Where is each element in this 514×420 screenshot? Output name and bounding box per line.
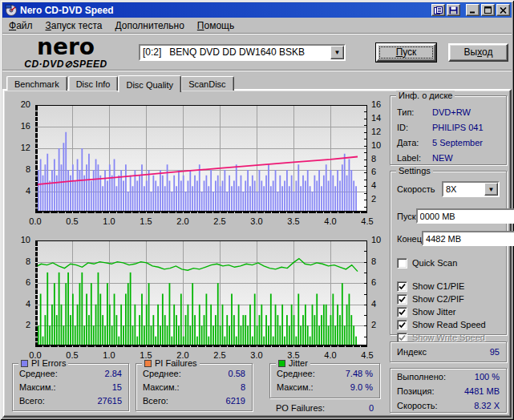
progress-panel: Выполнено:100 % Позиция:4481 MB Скорость…: [390, 368, 507, 413]
pi-failures-swatch: [144, 360, 152, 367]
axis-label: 4.5: [355, 216, 379, 226]
menu-item-2[interactable]: Дополнительно: [108, 19, 190, 32]
app-window: Nero CD-DVD Speed ФайлЗапуск тест: [0, 0, 514, 420]
axis-label: 8: [371, 256, 391, 266]
stat-row: Всего:6219: [136, 394, 252, 407]
axis-label: 12: [371, 127, 391, 136]
checkbox-show-c2-pif[interactable]: Show C2/PIF: [397, 293, 500, 305]
axis-label: 16: [6, 121, 30, 131]
disc-info-row: ID:PHILIPS 041: [391, 119, 506, 135]
menu-item-1[interactable]: Запуск теста: [39, 19, 109, 32]
jitter-swatch: [278, 360, 285, 367]
speed-selector[interactable]: 8X ▼: [442, 181, 500, 197]
speed-label: Скорость: [397, 184, 442, 194]
checkbox-show-jitter[interactable]: Show Jitter: [397, 305, 500, 318]
checkbox-box: [397, 294, 407, 305]
axis-label: 2.5: [208, 350, 232, 360]
axis-label: 2: [371, 320, 391, 329]
axis-label: 3.5: [281, 350, 306, 360]
app-icon: [5, 4, 18, 16]
stat-row: Максим.:9.0 %: [270, 380, 379, 394]
progress-row: Скорость:8.32 X: [391, 398, 506, 413]
start-position-field[interactable]: [416, 208, 514, 224]
axis-label: 1.0: [97, 350, 121, 360]
disc-info-row: Тип:DVD+RW: [391, 104, 506, 119]
axis-label: 2: [6, 320, 30, 329]
menu-item-3[interactable]: Помощь: [191, 19, 241, 32]
axis-label: 8: [6, 256, 30, 266]
axis-label: 4: [6, 299, 30, 309]
save-icon[interactable]: [447, 4, 460, 16]
disc-info-row: Label:NEW: [391, 150, 506, 165]
axis-label: 3.0: [245, 216, 269, 226]
start-label: Пуск: [397, 212, 416, 221]
tab-page-disc-quality: Инф. о диске Тип:DVD+RW ID:PHILIPS 041 Д…: [2, 89, 512, 418]
checkbox-show-read-speed[interactable]: Show Read Speed: [397, 318, 500, 331]
titlebar[interactable]: Nero CD-DVD Speed: [2, 2, 512, 18]
index-value: 95: [490, 347, 500, 357]
disc-info-group: Инф. о диске Тип:DVD+RW ID:PHILIPS 041 Д…: [390, 95, 507, 165]
checkbox-box: [397, 258, 407, 269]
checkbox-show-c1-pie[interactable]: Show C1/PIE: [397, 280, 500, 293]
stat-row: Среднее:0.58: [136, 366, 252, 380]
start-button[interactable]: Пуск: [376, 43, 436, 62]
axis-label: 14: [371, 113, 391, 123]
checkbox-box: [397, 307, 407, 317]
stat-row: Всего:27615: [13, 394, 128, 407]
disc-icon: ⊘: [64, 59, 73, 70]
checkbox-box: [397, 320, 407, 330]
axis-label: 12: [6, 143, 30, 152]
axis-label: 3.5: [281, 216, 306, 226]
tab-disc-info[interactable]: Disc Info: [68, 76, 119, 91]
stat-row: Среднее:2.84: [13, 366, 128, 380]
checkbox-box: [397, 281, 407, 292]
pi-errors-stats-group: PI Errors Среднее:2.84 Максим.:15 Всего:…: [12, 363, 129, 411]
pi-errors-chart: [35, 105, 367, 213]
stat-row: Максим.:15: [13, 380, 128, 394]
axis-label: 4.0: [318, 216, 342, 226]
close-icon[interactable]: [496, 4, 510, 16]
index-label: Индекс: [397, 347, 427, 357]
axis-label: 2: [371, 194, 391, 204]
axis-label: 4: [371, 180, 391, 190]
tab-benchmark[interactable]: Benchmark: [6, 76, 67, 91]
axis-label: 0.5: [60, 350, 84, 360]
axis-label: 6: [371, 277, 391, 287]
header: nero CD·DVD⊘SPEED [0:2] BENQ DVD DD DW16…: [2, 34, 512, 70]
pi-failures-stats-group: PI Failures Среднее:0.58 Максим.:8 Всего…: [136, 363, 253, 411]
logo-text-cdspeed: CD·DVD⊘SPEED: [2, 59, 129, 69]
axis-label: 2.0: [171, 350, 195, 360]
axis-label: 4: [6, 186, 30, 196]
menu-item-0[interactable]: Файл: [2, 19, 39, 32]
axis-label: 20: [6, 99, 30, 109]
end-row: Конец: [397, 231, 500, 246]
axis-label: 2.5: [208, 216, 232, 226]
axis-label: 0.5: [60, 216, 84, 226]
drive-selector[interactable]: [0:2] BENQ DVD DD DW1640 BSKB ▼: [139, 44, 346, 61]
pi-failures-jitter-chart: [35, 240, 367, 347]
drive-selector-value: [0:2] BENQ DVD DD DW1640 BSKB: [140, 46, 330, 59]
tab-disc-quality[interactable]: Disc Quality: [118, 75, 181, 92]
report-icon[interactable]: [431, 4, 445, 16]
axis-label: 0.0: [23, 216, 47, 226]
separator: [2, 70, 512, 71]
exit-button[interactable]: Выход: [448, 43, 508, 62]
tab-scandisc[interactable]: ScanDisc: [180, 76, 233, 91]
axis-label: 8: [6, 164, 30, 174]
index-panel: Индекс 95: [390, 341, 507, 362]
axis-label: 0.0: [23, 350, 47, 360]
end-position-field[interactable]: [422, 231, 514, 246]
minimize-icon[interactable]: [466, 4, 480, 16]
axis-label: 10: [371, 235, 391, 244]
chevron-down-icon[interactable]: ▼: [484, 183, 498, 196]
menubar: ФайлЗапуск тестаДополнительноПомощь: [2, 18, 512, 33]
axis-label: 16: [371, 99, 391, 109]
chevron-down-icon[interactable]: ▼: [330, 46, 344, 59]
focus-rect: [379, 46, 433, 59]
checkbox-quick-scan[interactable]: Quick Scan: [397, 256, 500, 269]
speed-row: Скорость 8X ▼: [397, 181, 500, 197]
pi-errors-swatch: [21, 360, 28, 367]
axis-label: 1.5: [134, 216, 158, 226]
maximize-icon[interactable]: [481, 4, 495, 16]
stat-row: Максим.:8: [136, 380, 252, 394]
